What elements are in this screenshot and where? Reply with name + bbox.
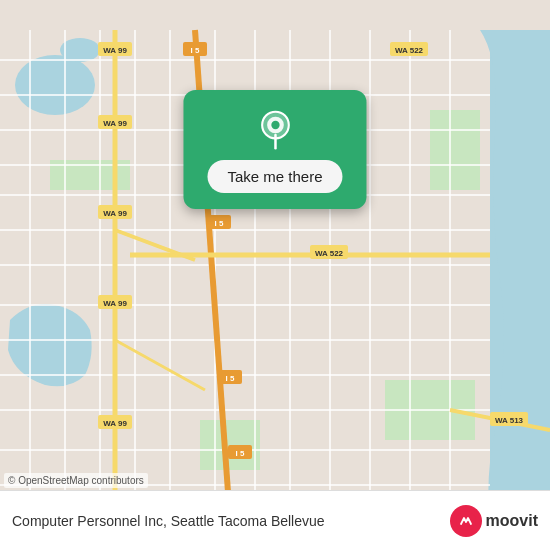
moovit-brand-icon [456, 511, 476, 531]
location-pin-icon [255, 110, 295, 150]
map-container: WA 99 WA 99 WA 99 WA 99 WA 99 I 5 I 5 I … [0, 0, 550, 550]
svg-point-2 [60, 38, 100, 62]
take-me-there-button[interactable]: Take me there [207, 160, 342, 193]
svg-text:WA 99: WA 99 [103, 299, 127, 308]
svg-point-1 [15, 55, 95, 115]
bottom-bar: Computer Personnel Inc, Seattle Tacoma B… [0, 490, 550, 550]
svg-text:WA 99: WA 99 [103, 419, 127, 428]
svg-point-67 [271, 121, 279, 129]
svg-text:WA 99: WA 99 [103, 119, 127, 128]
svg-text:I 5: I 5 [191, 46, 200, 55]
location-label: Computer Personnel Inc, Seattle Tacoma B… [12, 513, 450, 529]
svg-text:I 5: I 5 [215, 219, 224, 228]
svg-text:WA 99: WA 99 [103, 209, 127, 218]
popup-card: Take me there [183, 90, 366, 209]
moovit-icon [450, 505, 482, 537]
svg-text:WA 522: WA 522 [395, 46, 424, 55]
map-attribution: © OpenStreetMap contributors [4, 473, 148, 488]
map-svg: WA 99 WA 99 WA 99 WA 99 WA 99 I 5 I 5 I … [0, 0, 550, 550]
svg-text:WA 513: WA 513 [495, 416, 524, 425]
moovit-label: moovit [486, 512, 538, 530]
attribution-text: © OpenStreetMap contributors [8, 475, 144, 486]
svg-text:WA 522: WA 522 [315, 249, 344, 258]
svg-rect-6 [430, 110, 480, 190]
svg-text:WA 99: WA 99 [103, 46, 127, 55]
moovit-logo: moovit [450, 505, 538, 537]
svg-text:I 5: I 5 [226, 374, 235, 383]
svg-text:I 5: I 5 [236, 449, 245, 458]
